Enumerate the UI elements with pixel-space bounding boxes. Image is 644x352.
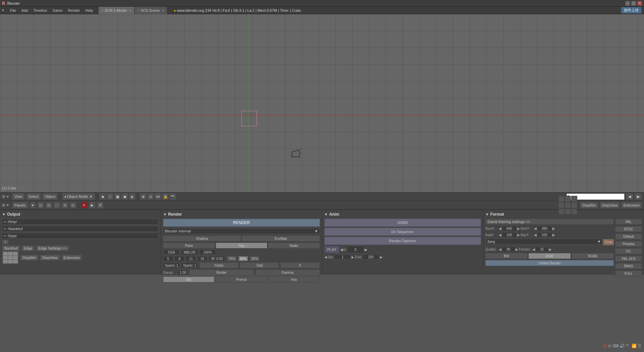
- grid-cell-4[interactable]: [558, 202, 565, 208]
- tray-icon-4[interactable]: 🔌: [626, 344, 631, 349]
- tray-icon-5[interactable]: 📶: [632, 344, 637, 349]
- sta-field[interactable]: 1: [334, 254, 351, 260]
- tab2-close[interactable]: ✕: [162, 9, 164, 12]
- select-button[interactable]: Select: [26, 193, 41, 200]
- render-icon-btn2[interactable]: ▶: [89, 202, 96, 209]
- menu-add[interactable]: Add: [19, 7, 31, 14]
- rgba-button[interactable]: RGBA: [572, 253, 614, 259]
- draw-type-material-icon[interactable]: ◉: [121, 193, 128, 200]
- sizex-prev-btn[interactable]: ◀: [499, 227, 501, 230]
- draw-type-solid-icon[interactable]: ■: [99, 193, 106, 200]
- render-icon-btn[interactable]: R: [81, 202, 88, 209]
- next-frame-btn[interactable]: ▶: [635, 193, 642, 200]
- top-right-button[interactable]: 插件上传: [621, 7, 641, 13]
- play-button[interactable]: PLAY: [324, 246, 339, 253]
- prev-sta-btn[interactable]: ◀: [324, 255, 327, 259]
- menu-render[interactable]: Render: [65, 7, 83, 14]
- close-button[interactable]: ✕: [637, 1, 642, 6]
- end-field[interactable]: 250: [363, 254, 379, 260]
- bw-button[interactable]: BW: [485, 253, 528, 259]
- odd-btn[interactable]: Odd: [240, 262, 279, 268]
- envmap-btn[interactable]: EnvMap: [242, 235, 320, 241]
- shadow-btn[interactable]: Shadow: [163, 235, 241, 241]
- next-sta-btn[interactable]: ▶: [352, 255, 354, 259]
- render-daemon-btn[interactable]: Render Daemon: [324, 237, 481, 245]
- fps-next-btn[interactable]: ▶: [549, 248, 552, 251]
- render-panel-arrow[interactable]: ▼: [163, 212, 167, 216]
- panel-type-icon-5[interactable]: ⊡: [62, 202, 68, 209]
- extension-btn2[interactable]: Extension: [61, 255, 82, 261]
- pal169-btn[interactable]: PAL 16:9: [615, 256, 642, 262]
- menu-game[interactable]: Game: [50, 7, 65, 14]
- titlebar-controls[interactable]: – □ ✕: [625, 1, 644, 6]
- tray-icon-1[interactable]: 中: [608, 344, 612, 349]
- edge-settings-button[interactable]: Edge Settings >>: [36, 245, 69, 251]
- anim-panel-arrow[interactable]: ▼: [324, 212, 328, 216]
- snap-icon[interactable]: ⊕: [140, 193, 147, 200]
- pct-25[interactable]: 25%: [250, 256, 260, 261]
- prev-frame-btn[interactable]: ◀: [626, 193, 633, 200]
- codec-selector[interactable]: Jpeg ▼: [485, 238, 603, 245]
- disp-win-btn2[interactable]: DispWin: [20, 255, 39, 261]
- draw-type-render-icon[interactable]: ◈: [129, 193, 136, 200]
- sizex-next-btn[interactable]: ▶: [517, 227, 520, 230]
- tab1-close[interactable]: ✕: [129, 9, 131, 12]
- sizey-next-btn[interactable]: ▶: [552, 227, 555, 230]
- key-btn[interactable]: Key: [268, 276, 320, 282]
- game-framing-btn[interactable]: Game framing settings >>: [485, 219, 614, 225]
- ray-btn[interactable]: Ray: [216, 243, 267, 249]
- anim-button[interactable]: ANIM: [324, 219, 481, 227]
- yparts-field[interactable]: Yparts: 1: [181, 263, 198, 268]
- sky-btn[interactable]: Sky: [163, 276, 214, 282]
- osa-val2[interactable]: 8: [174, 256, 184, 261]
- aspx-next-btn[interactable]: ▶: [517, 233, 520, 237]
- draw-type-wire-icon[interactable]: □: [107, 193, 113, 200]
- panel-type-icon-4[interactable]: ⬚: [54, 202, 60, 209]
- bf-field[interactable]: Bf: 0.50: [209, 256, 225, 261]
- tray-icon-2[interactable]: ⌨: [613, 344, 619, 349]
- pano-btn[interactable]: PANO: [615, 263, 642, 269]
- path-field-3[interactable]: ✏ //type: [2, 233, 159, 239]
- sizex-field[interactable]: 640: [502, 226, 517, 231]
- pc-btn[interactable]: PC: [615, 248, 642, 254]
- mode-selector[interactable]: ● Object Mode ▼: [62, 193, 95, 200]
- view-button[interactable]: View: [12, 193, 25, 200]
- pano-btn[interactable]: Pano: [163, 243, 215, 249]
- osa-val4[interactable]: 16: [197, 256, 207, 261]
- premul-btn[interactable]: Premul: [216, 276, 267, 282]
- lock-icon[interactable]: 🔒: [162, 193, 169, 200]
- expand-path-btn[interactable]: ▼: [2, 239, 9, 245]
- options-icon[interactable]: ≡≡: [155, 193, 161, 200]
- render-button[interactable]: RENDER: [163, 219, 320, 227]
- prop-edit-icon[interactable]: ⊙: [147, 193, 154, 200]
- prev-btn[interactable]: ◀: [340, 248, 343, 252]
- fields-btn[interactable]: Fields: [199, 262, 238, 268]
- quality-next-btn[interactable]: ▶: [516, 248, 518, 251]
- grid-cell-1[interactable]: [558, 196, 565, 202]
- maximize-button[interactable]: □: [631, 1, 636, 6]
- panel-type-icon-2[interactable]: ◱: [38, 202, 44, 209]
- grid-cell-5[interactable]: [565, 202, 571, 208]
- tray-icon-6[interactable]: ☰: [638, 344, 641, 349]
- aspx-prev-btn[interactable]: ◀: [499, 233, 501, 237]
- aspx-field[interactable]: 100: [502, 232, 517, 237]
- crop-button[interactable]: Crop: [603, 239, 614, 245]
- backbuf-button[interactable]: Backbuf: [2, 245, 20, 251]
- default-btn[interactable]: Default: [615, 233, 642, 239]
- display-layout-grid[interactable]: [2, 251, 19, 264]
- path-field-1[interactable]: ✏ //tmp/: [2, 219, 159, 225]
- fps-prev-btn[interactable]: ◀: [532, 248, 535, 251]
- disp-win-btn[interactable]: DispWin: [580, 202, 598, 209]
- next-btn[interactable]: ▶: [365, 248, 367, 252]
- aspy-field[interactable]: 100: [537, 232, 552, 237]
- xparts-field[interactable]: Xparts: 1: [163, 263, 180, 268]
- panel-icon-7[interactable]: ☰: [97, 202, 104, 209]
- osa-val3[interactable]: 11: [186, 256, 196, 261]
- quality-prev-btn[interactable]: ◀: [499, 248, 501, 251]
- menu-timeline[interactable]: Timeline: [31, 7, 50, 14]
- do-sequence-btn[interactable]: Do Sequence: [324, 228, 481, 236]
- minimize-button[interactable]: –: [625, 1, 630, 6]
- pct-50[interactable]: 50%: [238, 256, 248, 261]
- aspy-next-btn[interactable]: ▶: [552, 233, 555, 237]
- render-engine-selector[interactable]: Blender Internal ▼: [163, 228, 320, 234]
